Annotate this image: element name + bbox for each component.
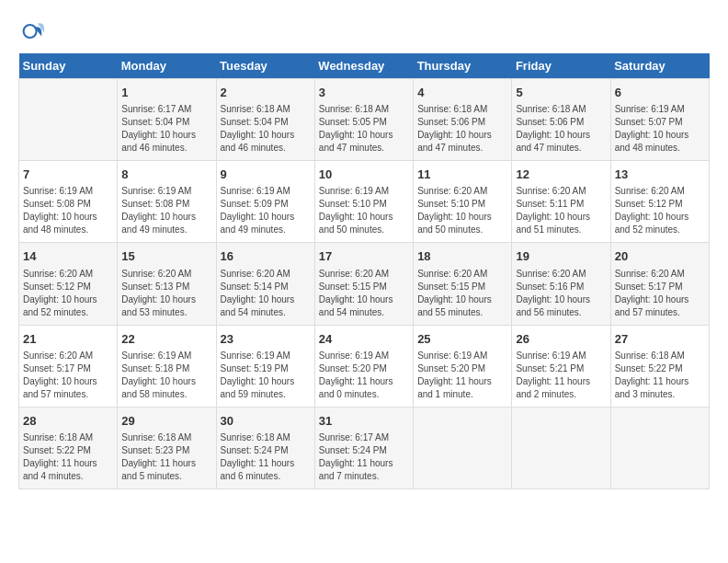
calendar-table: SundayMondayTuesdayWednesdayThursdayFrid…	[18, 53, 710, 489]
day-info: Sunrise: 6:20 AMSunset: 5:17 PMDaylight:…	[615, 268, 705, 319]
calendar-cell: 31Sunrise: 6:17 AMSunset: 5:24 PMDayligh…	[314, 407, 413, 488]
calendar-cell: 26Sunrise: 6:19 AMSunset: 5:21 PMDayligh…	[512, 325, 610, 407]
day-info: Sunrise: 6:18 AMSunset: 5:04 PMDaylight:…	[221, 103, 311, 155]
calendar-cell: 11Sunrise: 6:20 AMSunset: 5:10 PMDayligh…	[414, 161, 512, 243]
calendar-header-row: SundayMondayTuesdayWednesdayThursdayFrid…	[19, 53, 710, 79]
day-info: Sunrise: 6:19 AMSunset: 5:18 PMDaylight:…	[121, 350, 211, 401]
day-info: Sunrise: 6:20 AMSunset: 5:16 PMDaylight:…	[516, 268, 606, 319]
column-header-tuesday: Tuesday	[216, 53, 314, 79]
day-number: 25	[417, 331, 507, 348]
logo-icon	[18, 18, 44, 44]
column-header-sunday: Sunday	[19, 53, 118, 79]
week-row-2: 7Sunrise: 6:19 AMSunset: 5:08 PMDaylight…	[19, 161, 710, 243]
column-header-friday: Friday	[512, 53, 610, 79]
day-number: 7	[23, 167, 113, 183]
day-info: Sunrise: 6:18 AMSunset: 5:22 PMDaylight:…	[615, 350, 705, 401]
week-row-5: 28Sunrise: 6:18 AMSunset: 5:22 PMDayligh…	[19, 407, 710, 488]
calendar-cell: 15Sunrise: 6:20 AMSunset: 5:13 PMDayligh…	[118, 243, 216, 325]
calendar-cell: 23Sunrise: 6:19 AMSunset: 5:19 PMDayligh…	[216, 325, 314, 407]
day-info: Sunrise: 6:18 AMSunset: 5:06 PMDaylight:…	[417, 103, 507, 155]
day-number: 28	[23, 413, 113, 430]
calendar-cell	[610, 407, 709, 488]
calendar-cell: 5Sunrise: 6:18 AMSunset: 5:06 PMDaylight…	[512, 79, 610, 161]
day-info: Sunrise: 6:20 AMSunset: 5:14 PMDaylight:…	[221, 268, 311, 319]
day-number: 19	[516, 248, 606, 265]
day-number: 11	[417, 167, 507, 183]
day-info: Sunrise: 6:19 AMSunset: 5:20 PMDaylight:…	[319, 350, 409, 401]
day-number: 18	[417, 248, 507, 265]
calendar-cell: 6Sunrise: 6:19 AMSunset: 5:07 PMDaylight…	[610, 79, 709, 161]
day-info: Sunrise: 6:18 AMSunset: 5:22 PMDaylight:…	[23, 431, 113, 483]
calendar-cell: 12Sunrise: 6:20 AMSunset: 5:11 PMDayligh…	[512, 161, 610, 243]
calendar-cell: 19Sunrise: 6:20 AMSunset: 5:16 PMDayligh…	[512, 243, 610, 325]
day-info: Sunrise: 6:17 AMSunset: 5:04 PMDaylight:…	[121, 103, 211, 155]
calendar-cell: 13Sunrise: 6:20 AMSunset: 5:12 PMDayligh…	[610, 161, 709, 243]
page-header	[18, 18, 710, 44]
day-number: 3	[319, 85, 409, 101]
day-number: 12	[516, 167, 606, 183]
day-number: 6	[615, 85, 705, 101]
calendar-cell: 24Sunrise: 6:19 AMSunset: 5:20 PMDayligh…	[314, 325, 413, 407]
day-info: Sunrise: 6:20 AMSunset: 5:13 PMDaylight:…	[121, 268, 211, 319]
day-number: 2	[221, 85, 311, 101]
column-header-wednesday: Wednesday	[314, 53, 413, 79]
calendar-cell: 22Sunrise: 6:19 AMSunset: 5:18 PMDayligh…	[118, 325, 216, 407]
week-row-4: 21Sunrise: 6:20 AMSunset: 5:17 PMDayligh…	[19, 325, 710, 407]
calendar-cell: 17Sunrise: 6:20 AMSunset: 5:15 PMDayligh…	[314, 243, 413, 325]
calendar-cell: 1Sunrise: 6:17 AMSunset: 5:04 PMDaylight…	[118, 79, 216, 161]
day-info: Sunrise: 6:18 AMSunset: 5:06 PMDaylight:…	[516, 103, 606, 155]
day-number: 31	[319, 413, 409, 430]
day-number: 30	[221, 413, 311, 430]
day-info: Sunrise: 6:19 AMSunset: 5:20 PMDaylight:…	[417, 350, 507, 401]
day-number: 23	[221, 331, 311, 348]
day-number: 1	[121, 85, 211, 101]
calendar-cell: 16Sunrise: 6:20 AMSunset: 5:14 PMDayligh…	[216, 243, 314, 325]
calendar-cell: 27Sunrise: 6:18 AMSunset: 5:22 PMDayligh…	[610, 325, 709, 407]
column-header-saturday: Saturday	[610, 53, 709, 79]
day-number: 26	[516, 331, 606, 348]
day-number: 16	[221, 248, 311, 265]
calendar-cell: 30Sunrise: 6:18 AMSunset: 5:24 PMDayligh…	[216, 407, 314, 488]
calendar-cell: 10Sunrise: 6:19 AMSunset: 5:10 PMDayligh…	[314, 161, 413, 243]
calendar-cell: 18Sunrise: 6:20 AMSunset: 5:15 PMDayligh…	[414, 243, 512, 325]
day-info: Sunrise: 6:20 AMSunset: 5:12 PMDaylight:…	[23, 268, 113, 319]
day-number: 10	[319, 167, 409, 183]
day-number: 29	[121, 413, 211, 430]
column-header-thursday: Thursday	[414, 53, 512, 79]
day-info: Sunrise: 6:19 AMSunset: 5:09 PMDaylight:…	[221, 185, 311, 236]
day-number: 5	[516, 85, 606, 101]
svg-point-0	[24, 25, 37, 38]
day-info: Sunrise: 6:19 AMSunset: 5:08 PMDaylight:…	[23, 185, 113, 236]
day-info: Sunrise: 6:20 AMSunset: 5:12 PMDaylight:…	[615, 185, 705, 236]
day-info: Sunrise: 6:19 AMSunset: 5:21 PMDaylight:…	[516, 350, 606, 401]
calendar-cell: 14Sunrise: 6:20 AMSunset: 5:12 PMDayligh…	[19, 243, 118, 325]
day-info: Sunrise: 6:18 AMSunset: 5:24 PMDaylight:…	[221, 431, 311, 483]
calendar-cell: 21Sunrise: 6:20 AMSunset: 5:17 PMDayligh…	[19, 325, 118, 407]
calendar-cell: 9Sunrise: 6:19 AMSunset: 5:09 PMDaylight…	[216, 161, 314, 243]
calendar-cell	[414, 407, 512, 488]
day-number: 4	[417, 85, 507, 101]
day-info: Sunrise: 6:19 AMSunset: 5:07 PMDaylight:…	[615, 103, 705, 155]
calendar-cell: 20Sunrise: 6:20 AMSunset: 5:17 PMDayligh…	[610, 243, 709, 325]
day-info: Sunrise: 6:20 AMSunset: 5:17 PMDaylight:…	[23, 350, 113, 401]
week-row-1: 1Sunrise: 6:17 AMSunset: 5:04 PMDaylight…	[19, 79, 710, 161]
column-header-monday: Monday	[118, 53, 216, 79]
day-number: 20	[615, 248, 705, 265]
calendar-cell: 7Sunrise: 6:19 AMSunset: 5:08 PMDaylight…	[19, 161, 118, 243]
day-number: 22	[121, 331, 211, 348]
day-info: Sunrise: 6:19 AMSunset: 5:10 PMDaylight:…	[319, 185, 409, 236]
calendar-cell	[19, 79, 118, 161]
calendar-cell: 8Sunrise: 6:19 AMSunset: 5:08 PMDaylight…	[118, 161, 216, 243]
day-number: 17	[319, 248, 409, 265]
day-number: 8	[121, 167, 211, 183]
day-number: 21	[23, 331, 113, 348]
day-info: Sunrise: 6:19 AMSunset: 5:08 PMDaylight:…	[121, 185, 211, 236]
day-info: Sunrise: 6:18 AMSunset: 5:05 PMDaylight:…	[319, 103, 409, 155]
week-row-3: 14Sunrise: 6:20 AMSunset: 5:12 PMDayligh…	[19, 243, 710, 325]
day-info: Sunrise: 6:19 AMSunset: 5:19 PMDaylight:…	[221, 350, 311, 401]
logo	[18, 18, 48, 44]
day-info: Sunrise: 6:17 AMSunset: 5:24 PMDaylight:…	[319, 431, 409, 483]
calendar-cell	[512, 407, 610, 488]
calendar-cell: 25Sunrise: 6:19 AMSunset: 5:20 PMDayligh…	[414, 325, 512, 407]
day-info: Sunrise: 6:20 AMSunset: 5:10 PMDaylight:…	[417, 185, 507, 236]
